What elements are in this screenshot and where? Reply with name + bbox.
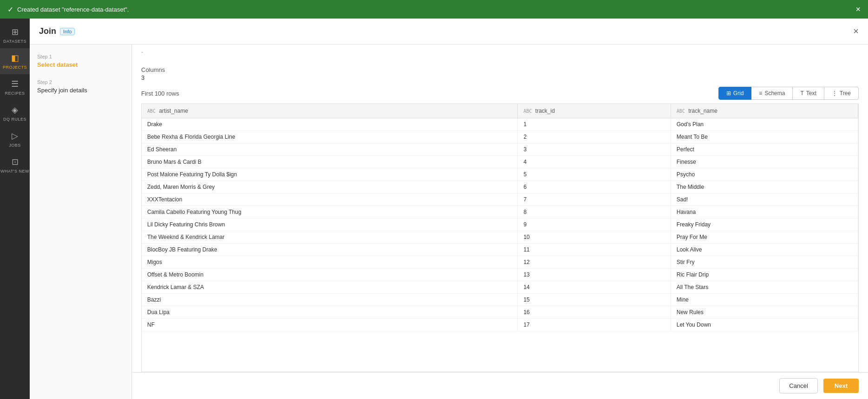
sidebar-item-dq-rules[interactable]: ◈ DQ RULES xyxy=(0,100,30,126)
projects-icon: ◧ xyxy=(11,53,19,63)
table-cell: Psycho xyxy=(671,168,858,181)
table-row: Post Malone Featuring Ty Dolla $ign5Psyc… xyxy=(142,168,858,181)
col-type-artist: ABC xyxy=(147,109,156,114)
view-text-button[interactable]: T Text xyxy=(793,87,824,100)
table-row: BlocBoy JB Featuring Drake11Look Alive xyxy=(142,244,858,256)
grid-icon: ⊞ xyxy=(726,90,731,97)
table-cell: Post Malone Featuring Ty Dolla $ign xyxy=(142,168,518,181)
table-cell: 9 xyxy=(518,219,671,231)
col-header-track-id: ABC track_id xyxy=(518,104,671,118)
grid-label: Grid xyxy=(733,90,744,97)
table-cell: 1 xyxy=(518,118,671,131)
table-row: XXXTentacion7Sad! xyxy=(142,193,858,206)
view-grid-button[interactable]: ⊞ Grid xyxy=(718,87,752,100)
table-cell: 8 xyxy=(518,206,671,219)
table-cell: Look Alive xyxy=(671,244,858,256)
table-header: ABC artist_name ABC track_id ABC xyxy=(142,104,858,118)
table-cell: The Middle xyxy=(671,181,858,193)
table-row: Ed Sheeran3Perfect xyxy=(142,143,858,156)
table-cell: 2 xyxy=(518,131,671,143)
sidebar-item-datasets[interactable]: ⊞ DATASETS xyxy=(0,22,30,48)
sidebar-label-jobs: JOBS xyxy=(9,143,21,148)
text-label: Text xyxy=(806,90,816,97)
data-table: ABC artist_name ABC track_id ABC xyxy=(142,104,858,331)
table-row: Dua Lipa16New Rules xyxy=(142,306,858,319)
view-tree-button[interactable]: ⋮ Tree xyxy=(824,87,859,100)
dialog-header: Join Info × xyxy=(30,19,868,45)
table-cell: 15 xyxy=(518,294,671,306)
table-cell: Stir Fry xyxy=(671,256,858,269)
datasets-icon: ⊞ xyxy=(12,27,19,37)
table-cell: Freaky Friday xyxy=(671,219,858,231)
table-body: Drake1God's PlanBebe Rexha & Florida Geo… xyxy=(142,118,858,331)
table-cell: BlocBoy JB Featuring Drake xyxy=(142,244,518,256)
col-name-artist: artist_name xyxy=(159,108,188,114)
columns-count: 3 xyxy=(141,74,859,81)
sidebar-label-dq-rules: DQ RULES xyxy=(3,117,26,122)
dash-separator: - xyxy=(132,45,868,59)
table-cell: Bazzi xyxy=(142,294,518,306)
data-table-container: ABC artist_name ABC track_id ABC xyxy=(141,103,859,372)
table-cell: Zedd, Maren Morris & Grey xyxy=(142,181,518,193)
table-row: Bruno Mars & Cardi B4Finesse xyxy=(142,156,858,168)
content-area: Join Info × Step 1 Select dataset Step 2… xyxy=(30,19,868,399)
table-row: Bazzi15Mine xyxy=(142,294,858,306)
next-button[interactable]: Next xyxy=(823,379,859,393)
table-cell: Pray For Me xyxy=(671,231,858,244)
check-icon: ✓ xyxy=(7,5,13,14)
table-row: Bebe Rexha & Florida Georgia Line2Meant … xyxy=(142,131,858,143)
notification-close-icon[interactable]: × xyxy=(855,5,861,14)
col-header-track-name: ABC track_name xyxy=(671,104,858,118)
table-cell: 3 xyxy=(518,143,671,156)
table-cell: Drake xyxy=(142,118,518,131)
table-cell: 5 xyxy=(518,168,671,181)
table-row: Camila Cabello Featuring Young Thug8Hava… xyxy=(142,206,858,219)
sidebar-label-datasets: DATASETS xyxy=(3,39,26,44)
step-1: Step 1 Select dataset xyxy=(37,54,124,68)
table-cell: God's Plan xyxy=(671,118,858,131)
tree-icon: ⋮ xyxy=(832,90,837,97)
dq-rules-icon: ◈ xyxy=(12,105,18,115)
table-cell: Havana xyxy=(671,206,858,219)
sidebar-item-whats-new[interactable]: ⊡ WHAT'S NEW xyxy=(0,152,30,178)
rows-label: First 100 rows xyxy=(141,90,179,97)
table-cell: Meant To Be xyxy=(671,131,858,143)
dialog-title: Join xyxy=(39,26,56,36)
sidebar-item-jobs[interactable]: ▷ JOBS xyxy=(0,126,30,152)
sidebar-label-whats-new: WHAT'S NEW xyxy=(0,169,29,174)
step-2-title: Specify join details xyxy=(37,87,124,94)
table-cell: 13 xyxy=(518,269,671,281)
info-badge[interactable]: Info xyxy=(60,28,75,35)
table-cell: Lil Dicky Featuring Chris Brown xyxy=(142,219,518,231)
recipes-icon: ☰ xyxy=(11,79,19,89)
view-schema-button[interactable]: ≡ Schema xyxy=(751,87,793,100)
columns-label: Columns xyxy=(141,66,859,73)
table-row: Lil Dicky Featuring Chris Brown9Freaky F… xyxy=(142,219,858,231)
cancel-button[interactable]: Cancel xyxy=(779,378,817,393)
tree-label: Tree xyxy=(840,90,851,97)
dialog-body: Step 1 Select dataset Step 2 Specify joi… xyxy=(30,45,868,399)
table-row: Kendrick Lamar & SZA14All The Stars xyxy=(142,281,858,294)
step-2-label: Step 2 xyxy=(37,79,124,85)
schema-icon: ≡ xyxy=(759,90,762,97)
col-header-artist-name: ABC artist_name xyxy=(142,104,518,118)
table-cell: Perfect xyxy=(671,143,858,156)
table-cell: Bebe Rexha & Florida Georgia Line xyxy=(142,131,518,143)
step-1-label: Step 1 xyxy=(37,54,124,59)
table-cell: 12 xyxy=(518,256,671,269)
table-cell: Dua Lipa xyxy=(142,306,518,319)
sidebar-item-recipes[interactable]: ☰ RECIPES xyxy=(0,74,30,100)
sidebar-item-projects[interactable]: ◧ PROJECTS xyxy=(0,48,30,74)
table-cell: All The Stars xyxy=(671,281,858,294)
jobs-icon: ▷ xyxy=(12,131,18,141)
dialog-close-button[interactable]: × xyxy=(853,26,859,37)
table-cell: XXXTentacion xyxy=(142,193,518,206)
step-1-title: Select dataset xyxy=(37,61,124,68)
table-row: Offset & Metro Boomin13Ric Flair Drip xyxy=(142,269,858,281)
table-row: The Weeknd & Kendrick Lamar10Pray For Me xyxy=(142,231,858,244)
table-cell: Bruno Mars & Cardi B xyxy=(142,156,518,168)
col-name-track-id: track_id xyxy=(535,108,555,114)
col-name-track-name: track_name xyxy=(688,108,718,114)
col-type-track-id: ABC xyxy=(523,109,532,114)
rows-header: First 100 rows ⊞ Grid ≡ Schema T xyxy=(132,83,868,103)
